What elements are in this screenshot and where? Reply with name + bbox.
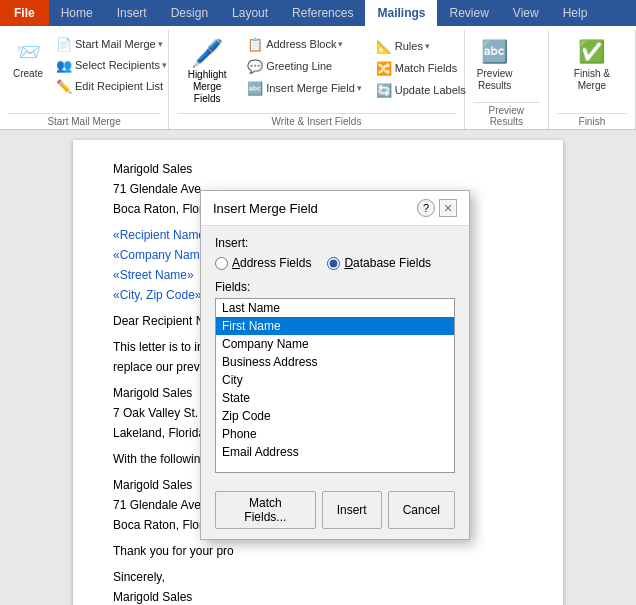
cancel-button[interactable]: Cancel: [388, 491, 455, 529]
highlight-label: HighlightMergeFields: [182, 69, 232, 105]
signature-line: Marigold Sales: [113, 588, 523, 605]
tab-home[interactable]: Home: [49, 0, 105, 26]
highlight-merge-fields-button[interactable]: 🖊️ HighlightMergeFields: [177, 34, 237, 109]
group-write-insert: 🖊️ HighlightMergeFields 📋 Address Block …: [169, 30, 465, 129]
dialog-title: Insert Merge Field: [213, 201, 318, 216]
group-finish: ✅ Finish & Merge Finish: [549, 30, 636, 129]
dialog-close-button[interactable]: ×: [439, 199, 457, 217]
select-recipients-button[interactable]: 👥 Select Recipients ▾: [52, 55, 171, 75]
radio-address-input[interactable]: [215, 257, 228, 270]
field-last-name[interactable]: Last Name: [216, 299, 454, 317]
radio-address-fields[interactable]: Address Fields: [215, 256, 311, 270]
preview-icon: 🔤: [479, 36, 511, 68]
write-insert-group-label: Write & Insert Fields: [177, 113, 456, 127]
insert-label: Insert:: [215, 236, 455, 250]
greeting-line-icon: 💬: [247, 58, 263, 74]
finish-group-label: Finish: [557, 113, 627, 127]
tab-help[interactable]: Help: [551, 0, 600, 26]
insert-merge-field-dialog: Insert Merge Field ? × Insert: Address F…: [200, 190, 470, 540]
radio-group: Address Fields Database Fields: [215, 256, 455, 270]
insert-merge-label: Insert Merge Field: [266, 82, 355, 94]
tab-references[interactable]: References: [280, 0, 365, 26]
preview-label: PreviewResults: [477, 68, 513, 92]
fields-label: Fields:: [215, 280, 455, 294]
field-city[interactable]: City: [216, 371, 454, 389]
preview-group-label: Preview Results: [473, 102, 540, 127]
finish-label: Finish & Merge: [561, 68, 623, 92]
fields-list[interactable]: Last Name First Name Company Name Busine…: [215, 298, 455, 473]
address-block-icon: 📋: [247, 36, 263, 52]
field-zip-code[interactable]: Zip Code: [216, 407, 454, 425]
tab-view[interactable]: View: [501, 0, 551, 26]
finish-merge-button[interactable]: ✅ Finish & Merge: [557, 34, 627, 94]
select-recipients-label: Select Recipients: [75, 59, 160, 71]
start-merge-icon: 📄: [56, 36, 72, 52]
sincerely-line: Sincerely,: [113, 568, 523, 586]
update-labels-button[interactable]: 🔄 Update Labels: [372, 80, 470, 100]
dialog-titlebar: Insert Merge Field ? ×: [201, 191, 469, 226]
field-phone[interactable]: Phone: [216, 425, 454, 443]
create-icon: 📨: [12, 36, 44, 68]
greeting-line-label: Greeting Line: [266, 60, 332, 72]
field-email-address[interactable]: Email Address: [216, 443, 454, 461]
rules-button[interactable]: 📐 Rules ▾: [372, 36, 470, 56]
radio-database-label: Database Fields: [344, 256, 431, 270]
tab-insert[interactable]: Insert: [105, 0, 159, 26]
edit-recipient-label: Edit Recipient List: [75, 80, 163, 92]
thanks-section: Thank you for your pro: [113, 542, 523, 560]
insert-merge-field-button[interactable]: 🔤 Insert Merge Field ▾: [243, 78, 366, 98]
group-preview: 🔤 PreviewResults Preview Results: [465, 30, 549, 129]
highlight-icon: 🖊️: [191, 38, 223, 69]
address-block-label: Address Block: [266, 38, 336, 50]
dialog-body: Insert: Address Fields Database Fields F…: [201, 226, 469, 483]
document-area: Marigold Sales 71 Glendale Ave. Boca Rat…: [0, 130, 636, 605]
closing-section: Sincerely, Marigold Sales: [113, 568, 523, 605]
insert-merge-icon: 🔤: [247, 80, 263, 96]
field-first-name[interactable]: First Name: [216, 317, 454, 335]
edit-recipient-button[interactable]: ✏️ Edit Recipient List: [52, 76, 171, 96]
address-block-button[interactable]: 📋 Address Block ▾: [243, 34, 366, 54]
create-label: Create: [13, 68, 43, 80]
dialog-controls: ? ×: [417, 199, 457, 217]
match-fields-btn2[interactable]: 🔀 Match Fields: [372, 58, 470, 78]
create-button[interactable]: 📨 Create: [8, 34, 48, 82]
edit-recipient-icon: ✏️: [56, 78, 72, 94]
start-mail-merge-group-label: Start Mail Merge: [8, 113, 160, 127]
dialog-help-button[interactable]: ?: [417, 199, 435, 217]
preview-results-button[interactable]: 🔤 PreviewResults: [473, 34, 517, 94]
select-recipients-icon: 👥: [56, 57, 72, 73]
field-business-address[interactable]: Business Address: [216, 353, 454, 371]
radio-database-input[interactable]: [327, 257, 340, 270]
tab-design[interactable]: Design: [159, 0, 220, 26]
group-start-mail-merge: 📨 Create 📄 Start Mail Merge ▾ 👥 Select R…: [0, 30, 169, 129]
finish-icon: ✅: [576, 36, 608, 68]
dialog-footer: Match Fields... Insert Cancel: [201, 483, 469, 539]
radio-database-fields[interactable]: Database Fields: [327, 256, 431, 270]
greeting-line-button[interactable]: 💬 Greeting Line: [243, 56, 366, 76]
tab-layout[interactable]: Layout: [220, 0, 280, 26]
tab-review[interactable]: Review: [437, 0, 500, 26]
sender-line1: Marigold Sales: [113, 160, 523, 178]
start-mail-merge-button[interactable]: 📄 Start Mail Merge ▾: [52, 34, 171, 54]
start-merge-label: Start Mail Merge: [75, 38, 156, 50]
thanks-line: Thank you for your pro: [113, 542, 523, 560]
insert-button[interactable]: Insert: [322, 491, 382, 529]
match-fields-button[interactable]: Match Fields...: [215, 491, 316, 529]
field-state[interactable]: State: [216, 389, 454, 407]
radio-address-label: Address Fields: [232, 256, 311, 270]
field-company-name[interactable]: Company Name: [216, 335, 454, 353]
tab-mailings[interactable]: Mailings: [365, 0, 437, 26]
tab-file[interactable]: File: [0, 0, 49, 26]
